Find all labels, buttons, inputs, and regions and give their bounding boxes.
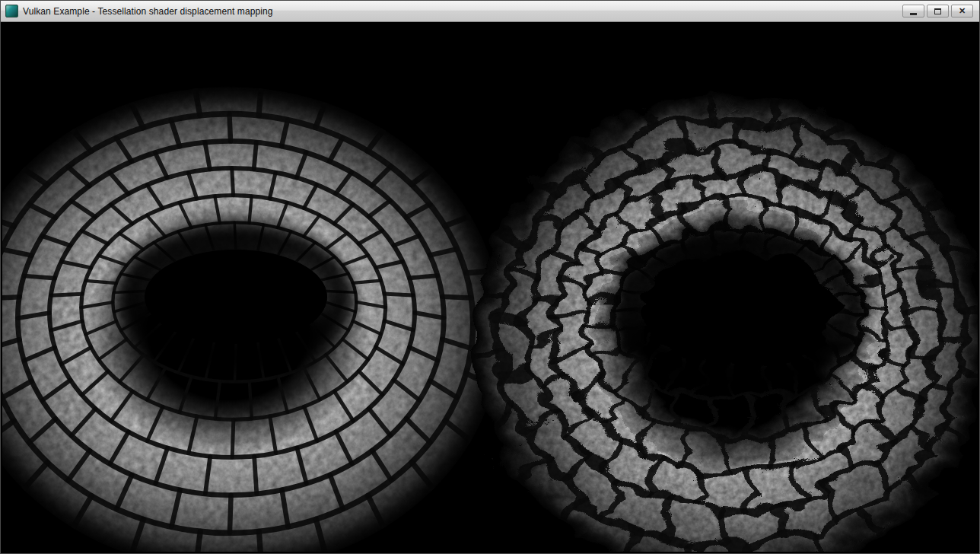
titlebar[interactable]: Vulkan Example - Tessellation shader dis… (1, 1, 979, 22)
minimize-button[interactable] (902, 5, 924, 18)
minimize-icon (910, 13, 917, 15)
window-controls: ✕ (902, 5, 975, 18)
window-title: Vulkan Example - Tessellation shader dis… (23, 6, 273, 17)
torus-flat (2, 87, 502, 552)
torus-displaced (467, 87, 978, 552)
scene-svg (2, 22, 978, 552)
render-viewport[interactable] (2, 22, 978, 552)
app-icon (5, 5, 18, 18)
maximize-icon (934, 8, 941, 14)
close-button[interactable]: ✕ (951, 5, 973, 18)
close-icon: ✕ (959, 7, 966, 15)
app-window: Vulkan Example - Tessellation shader dis… (0, 0, 980, 554)
maximize-button[interactable] (927, 5, 949, 18)
